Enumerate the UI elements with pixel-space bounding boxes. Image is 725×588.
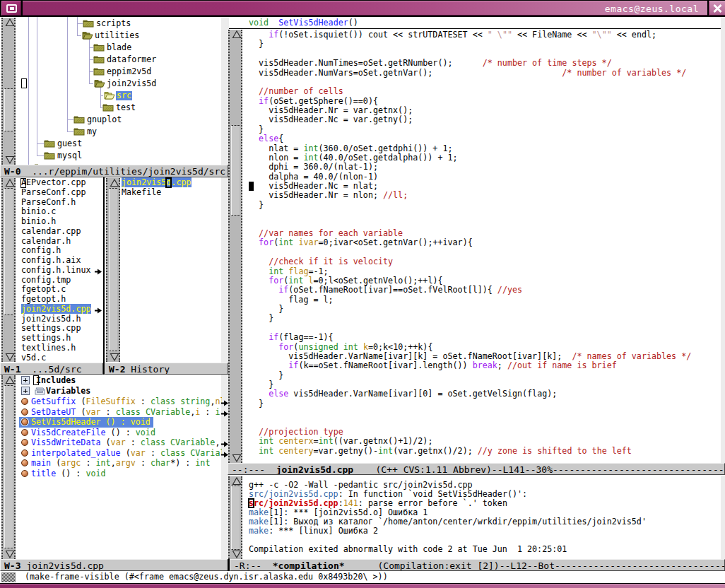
tree-item-label[interactable]: test <box>115 103 136 112</box>
file-item-AEPvector.cpp[interactable]: AEPvector.cpp <box>21 178 86 188</box>
compilation-modeline[interactable]: -R:-- *compilation* (Compilation:exit [2… <box>230 559 725 571</box>
tree-item-gnuplot[interactable]: gnuplot <box>0 114 229 126</box>
code-line: } <box>249 40 264 49</box>
tree-item-label[interactable]: gnuplot <box>86 115 122 124</box>
file-item-binio.c[interactable]: binio.c <box>21 207 56 217</box>
compilation-right-fringe <box>721 476 725 559</box>
tree-item-label[interactable]: blade <box>106 43 132 52</box>
history-scrollbar[interactable] <box>106 178 120 362</box>
tree-item-utilities[interactable]: utilities <box>0 30 229 42</box>
compilation-scrollbar[interactable] <box>228 476 242 559</box>
file-item-ParseConf.h[interactable]: ParseConf.h <box>21 198 76 208</box>
source-code-buffer[interactable]: if(!oSet.isquiet()) cout << strUTDATESET… <box>242 30 721 463</box>
history-modeline[interactable]: W-2 History <box>105 363 228 375</box>
tree-item-scripts[interactable]: scripts <box>0 18 229 30</box>
file-item-fgetopt.c[interactable]: fgetopt.c <box>21 285 66 295</box>
code-line: //number of cells <box>249 87 343 96</box>
tree-item-blade[interactable]: blade <box>0 42 229 54</box>
file-item-settings.cpp[interactable]: settings.cpp <box>21 324 81 334</box>
scroll-up-arrow[interactable] <box>4 375 13 384</box>
editor-scrollbar[interactable] <box>228 30 242 463</box>
minibuffer[interactable]: (make-frame-visible (#<frame emacs@zeus.… <box>0 571 725 583</box>
tree-item-label[interactable]: mysql <box>57 151 83 160</box>
file-item-config.h.linux[interactable]: config.h.linux <box>21 266 91 276</box>
file-item-fgetopt.h[interactable]: fgetopt.h <box>21 295 66 305</box>
code-line: if(flag==-1){ <box>249 333 334 342</box>
method-item[interactable]: GetSuffix (FileSuffix : class string,nl <box>19 396 222 407</box>
tree-item-label[interactable]: my <box>86 127 98 136</box>
scroll-up-arrow[interactable] <box>4 18 13 27</box>
source-modeline[interactable]: --:--- join2vis5d.cpp (C++ CVS:1.11 Abbr… <box>228 463 725 475</box>
window-menu-button[interactable] <box>1 1 21 16</box>
scroll-up-arrow[interactable] <box>231 30 240 39</box>
scrollbar-thumb[interactable] <box>4 88 13 131</box>
method-group-Variables[interactable]: Variables <box>19 386 224 396</box>
tree-item-guest[interactable]: guest <box>0 138 229 150</box>
scrollbar-thumb[interactable] <box>231 125 240 216</box>
file-item-join2vis5d.h[interactable]: join2vis5d.h <box>21 314 81 324</box>
titlebar-drag-area[interactable]: emacs@zeus.local <box>23 1 707 16</box>
expand-plus-icon[interactable] <box>21 376 30 384</box>
tree-item-label[interactable]: scripts <box>95 19 131 28</box>
directories-scrollbar[interactable] <box>1 18 16 165</box>
history-item-join2vis5d.cpp[interactable]: join2vis5d.cpp <box>122 178 191 188</box>
scroll-down-arrow[interactable] <box>109 353 117 362</box>
scrollbar-thumb[interactable] <box>109 188 117 351</box>
file-item-settings.h[interactable]: settings.h <box>21 334 71 343</box>
method-item[interactable]: main (argc : int,argv : char*) : int <box>19 458 222 469</box>
tree-item-label[interactable]: utilities <box>94 31 140 40</box>
file-item-binio.h[interactable]: binio.h <box>21 217 56 227</box>
sources-scrollbar[interactable] <box>1 178 16 362</box>
tree-item-join2vis5d[interactable]: join2vis5d <box>0 78 229 90</box>
scroll-down-arrow[interactable] <box>231 550 240 559</box>
file-item-config.tmp[interactable]: config.tmp <box>21 276 71 286</box>
file-item-config.h[interactable]: config.h <box>21 246 61 256</box>
tree-item-label[interactable]: dataformer <box>106 55 157 64</box>
truncation-arrow-icon <box>221 399 228 405</box>
tree-item-label[interactable]: join2vis5d <box>106 79 157 88</box>
tree-item-test[interactable]: test <box>0 102 229 114</box>
scroll-up-arrow[interactable] <box>231 476 240 486</box>
scrollbar-thumb[interactable] <box>231 486 240 550</box>
code-line: else vis5dHeader.VarName[ivar][0] = oSet… <box>249 389 557 399</box>
compilation-buffer[interactable]: g++ -c -O2 -Wall -pedantic src/join2vis5… <box>242 476 721 559</box>
file-item-textlines.h[interactable]: textlines.h <box>21 343 76 353</box>
method-item[interactable]: SetVis5dHeader () : void <box>19 417 153 428</box>
tree-item-dataformer[interactable]: dataformer <box>0 54 229 66</box>
file-item-calendar.h[interactable]: calendar.h <box>21 237 71 247</box>
tree-item-label[interactable]: src <box>116 91 132 100</box>
tree-item-label[interactable]: eppim2v5d <box>106 67 152 76</box>
scroll-down-arrow[interactable] <box>4 550 13 559</box>
method-item[interactable]: Vis5dWriteData (var : class CVariable, <box>19 437 222 448</box>
method-item[interactable]: Vis5dCreateFile () : void <box>19 428 222 438</box>
sources-modeline[interactable]: W-1 ...5d/src <box>0 363 103 375</box>
expand-plus-icon[interactable] <box>21 387 30 395</box>
scrollbar-thumb[interactable] <box>4 188 13 315</box>
directories-modeline[interactable]: W-0 ...r/eppim/utilities/join2vis5d/src <box>0 165 228 177</box>
close-button[interactable] <box>709 1 725 16</box>
scroll-down-arrow[interactable] <box>4 155 13 165</box>
method-item[interactable]: SetDateUT (var : class CVariable,i : i <box>19 407 222 418</box>
tree-item-mysql[interactable]: mysql <box>0 150 229 162</box>
file-item-join2vis5d.cpp[interactable]: join2vis5d.cpp <box>21 305 91 314</box>
method-item[interactable]: title () : void <box>19 469 222 479</box>
file-item-config.h.aix[interactable]: config.h.aix <box>21 256 81 266</box>
methods-modeline[interactable]: W-3 join2vis5d.cpp <box>0 559 228 571</box>
method-group-Includes[interactable]: Includes <box>19 375 224 386</box>
history-item-Makefile[interactable]: Makefile <box>122 188 161 198</box>
tree-item-eppim2v5d[interactable]: eppim2v5d <box>0 66 229 78</box>
scroll-down-arrow[interactable] <box>231 454 240 463</box>
file-item-calendar.cpp[interactable]: calendar.cpp <box>21 227 81 237</box>
tree-item-my[interactable]: my <box>0 126 229 138</box>
tree-item-label[interactable]: guest <box>57 139 83 148</box>
scroll-up-arrow[interactable] <box>4 178 13 187</box>
code-line: else{ <box>249 134 283 143</box>
method-item[interactable]: interpolated_value (var : class CVarial <box>19 448 222 459</box>
file-item-ParseConf.cpp[interactable]: ParseConf.cpp <box>21 188 86 198</box>
scroll-up-arrow[interactable] <box>109 178 117 187</box>
tree-item-src[interactable]: src <box>0 90 229 102</box>
methods-scrollbar[interactable] <box>1 375 16 559</box>
file-item-v5d.c[interactable]: v5d.c <box>21 353 46 363</box>
scrollbar-thumb[interactable] <box>4 385 13 548</box>
scroll-down-arrow[interactable] <box>4 353 13 362</box>
